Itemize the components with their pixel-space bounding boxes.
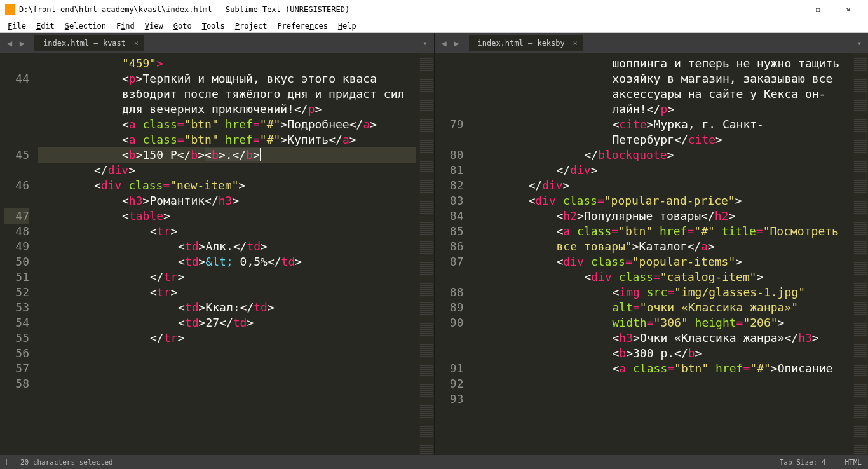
menu-selection[interactable]: Selection xyxy=(60,22,111,31)
close-button[interactable]: ✕ xyxy=(834,0,863,19)
tab-prev-icon[interactable]: ◀ xyxy=(438,37,450,49)
tab-left[interactable]: index.html — kvast × xyxy=(34,35,144,51)
status-syntax[interactable]: HTML xyxy=(845,458,862,466)
menu-preferences[interactable]: Preferences xyxy=(272,22,333,31)
status-selection: 20 characters selected xyxy=(20,458,113,466)
window-title: D:\front-end\html academy\kvast\index.ht… xyxy=(19,5,773,14)
menu-goto[interactable]: Goto xyxy=(168,22,197,31)
tab-next-icon[interactable]: ▶ xyxy=(17,37,28,49)
tab-label: index.html — kvast xyxy=(43,39,126,48)
minimize-button[interactable]: — xyxy=(773,0,802,19)
menu-edit[interactable]: Edit xyxy=(31,22,60,31)
close-icon[interactable]: × xyxy=(134,39,139,48)
title-bar: D:\front-end\html academy\kvast\index.ht… xyxy=(0,0,868,19)
tab-prev-icon[interactable]: ◀ xyxy=(4,37,15,49)
tab-label: index.html — keksby xyxy=(478,39,565,48)
right-pane: ◀ ▶ index.html — keksby × ▾ 798081828384… xyxy=(435,33,869,455)
left-pane: ◀ ▶ index.html — kvast × ▾ 4445464748495… xyxy=(0,33,435,455)
code-left[interactable]: "459"><p>Терпкий и мощный, вкус этого кв… xyxy=(36,53,419,455)
menu-help[interactable]: Help xyxy=(333,22,362,31)
menu-file[interactable]: File xyxy=(3,22,31,31)
tab-dropdown-icon[interactable]: ▾ xyxy=(416,39,433,48)
app-icon xyxy=(5,4,15,15)
menu-project[interactable]: Project xyxy=(230,22,273,31)
gutter-right: 798081828384858687888990919293 xyxy=(435,53,470,455)
maximize-button[interactable]: ☐ xyxy=(803,0,832,19)
editor-right[interactable]: 798081828384858687888990919293 шоппинга … xyxy=(435,53,869,455)
menu-view[interactable]: View xyxy=(140,22,168,31)
menu-find[interactable]: Find xyxy=(111,22,140,31)
code-right[interactable]: шоппинга и теперь не нужно тащить хозяйк… xyxy=(470,53,853,455)
window-controls: — ☐ ✕ xyxy=(773,0,863,19)
minimap-left[interactable] xyxy=(419,53,434,455)
tab-right[interactable]: index.html — keksby × xyxy=(469,35,583,51)
gutter-left: 444546474849505152535455565758 xyxy=(0,53,36,455)
editor-left[interactable]: 444546474849505152535455565758 "459"><p>… xyxy=(0,53,434,455)
tab-next-icon[interactable]: ▶ xyxy=(451,37,463,49)
menu-bar: File Edit Selection Find View Goto Tools… xyxy=(0,19,868,33)
menu-tools[interactable]: Tools xyxy=(197,22,230,31)
tab-bar-left: ◀ ▶ index.html — kvast × ▾ xyxy=(0,33,434,53)
close-icon[interactable]: × xyxy=(573,39,578,48)
status-tabsize[interactable]: Tab Size: 4 xyxy=(780,458,826,466)
panel-switch-icon[interactable] xyxy=(6,459,15,465)
split-panes: ◀ ▶ index.html — kvast × ▾ 4445464748495… xyxy=(0,33,868,455)
tab-dropdown-icon[interactable]: ▾ xyxy=(851,39,868,48)
minimap-right[interactable] xyxy=(853,53,868,455)
status-bar: 20 characters selected Tab Size: 4 HTML xyxy=(0,455,868,469)
tab-bar-right: ◀ ▶ index.html — keksby × ▾ xyxy=(435,33,869,53)
